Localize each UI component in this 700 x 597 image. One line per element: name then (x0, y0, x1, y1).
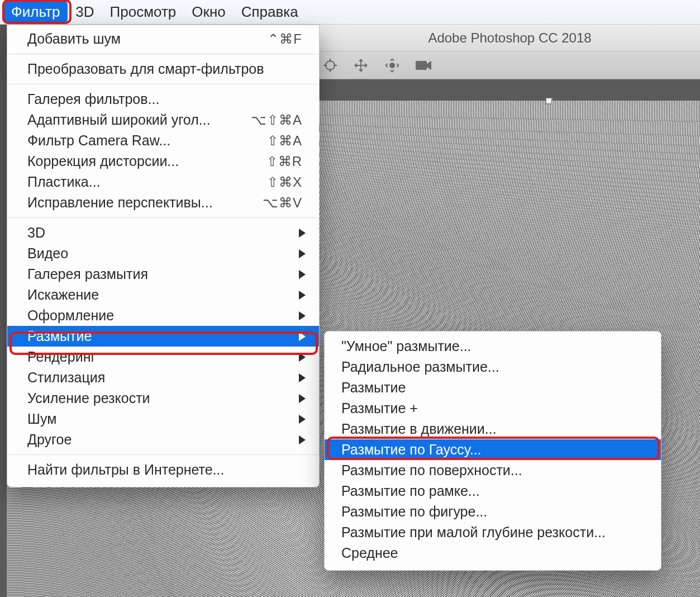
menu-view[interactable]: Просмотр (102, 1, 184, 23)
menuitem-pixelate[interactable]: Оформление (7, 305, 319, 326)
svg-rect-6 (416, 61, 427, 70)
submenuitem-motion-blur[interactable]: Размытие в движении... (325, 419, 661, 439)
menuitem-noise[interactable]: Шум (7, 409, 319, 429)
move-icon[interactable] (353, 58, 369, 73)
filter-dropdown: Добавить шум ⌃⌘F Преобразовать для смарт… (7, 25, 320, 487)
menuitem-label: Галерея размытия (27, 266, 302, 282)
submenuitem-surface-blur[interactable]: Размытие по поверхности... (325, 460, 661, 481)
menuitem-render[interactable]: Рендеринг (7, 347, 319, 367)
menuitem-label: Пластика... (27, 174, 267, 190)
menuitem-label: Другое (27, 432, 302, 448)
menuitem-shortcut: ⇧⌘X (267, 174, 302, 190)
menuitem-shortcut: ⌥⌘V (263, 195, 302, 211)
submenuitem-shape-blur[interactable]: Размытие по фигуре... (325, 501, 661, 522)
svg-point-5 (390, 63, 394, 68)
window-titlebar: Adobe Photoshop CC 2018 (320, 25, 700, 51)
submenuitem-lens-blur[interactable]: Размытие при малой глубине резкости... (325, 522, 661, 543)
menu-separator (7, 454, 319, 455)
submenuitem-blur[interactable]: Размытие (325, 377, 661, 398)
menuitem-filter-gallery[interactable]: Галерея фильтров... (7, 89, 319, 110)
orbit-icon[interactable] (384, 58, 400, 73)
menuitem-adaptive-wide-angle[interactable]: Адаптивный широкий угол...⌥⇧⌘A (7, 110, 319, 130)
submenuitem-radial-blur[interactable]: Радиальное размытие... (325, 357, 661, 377)
menu-separator (7, 84, 319, 84)
menuitem-3d[interactable]: 3D (7, 222, 319, 243)
menuitem-blur[interactable]: Размытие (7, 326, 319, 347)
blur-submenu: "Умное" размытие... Радиальное размытие.… (324, 331, 661, 571)
menuitem-blur-gallery[interactable]: Галерея размытия (7, 264, 319, 285)
menuitem-shortcut: ⌃⌘F (268, 31, 302, 47)
menuitem-shortcut: ⇧⌘A (267, 133, 302, 149)
menuitem-vanishing-point[interactable]: Исправление перспективы...⌥⌘V (7, 192, 319, 213)
menuitem-shortcut: ⇧⌘R (266, 154, 302, 169)
menuitem-label: Исправление перспективы... (27, 195, 263, 211)
menuitem-label: Добавить шум (27, 31, 268, 47)
menuitem-lens-correction[interactable]: Коррекция дисторсии...⇧⌘R (7, 151, 319, 172)
menuitem-label: Стилизация (27, 369, 302, 386)
menu-filter[interactable]: Фильтр (3, 1, 68, 23)
menu-help[interactable]: Справка (234, 1, 306, 23)
menuitem-label: Шум (27, 411, 302, 427)
menuitem-label: Оформление (27, 307, 302, 324)
options-bar (320, 51, 700, 79)
menuitem-label: Найти фильтры в Интернете... (27, 462, 302, 478)
cursor-target-icon[interactable] (323, 58, 337, 73)
menuitem-label: Преобразовать для смарт-фильтров (27, 61, 302, 77)
menuitem-label: Галерея фильтров... (27, 91, 302, 107)
menuitem-stylize[interactable]: Стилизация (7, 367, 319, 388)
menuitem-browse-filters-online[interactable]: Найти фильтры в Интернете... (7, 459, 319, 480)
submenuitem-blur-more[interactable]: Размытие + (325, 398, 661, 419)
menuitem-label: Рендеринг (27, 349, 302, 365)
menuitem-label: Фильтр Camera Raw... (27, 132, 267, 149)
menuitem-video[interactable]: Видео (7, 243, 319, 264)
menuitem-liquify[interactable]: Пластика...⇧⌘X (7, 172, 319, 192)
svg-point-0 (326, 61, 335, 70)
menuitem-label: Размытие (27, 328, 302, 344)
submenuitem-average[interactable]: Среднее (325, 543, 661, 563)
menuitem-distort[interactable]: Искажение (7, 285, 319, 305)
menuitem-shortcut: ⌥⇧⌘A (251, 112, 302, 128)
camera-icon[interactable] (416, 60, 432, 71)
menuitem-camera-raw[interactable]: Фильтр Camera Raw...⇧⌘A (7, 130, 319, 151)
menuitem-label: Адаптивный широкий угол... (27, 112, 251, 128)
menu-separator (7, 217, 319, 218)
menuitem-label: Искажение (27, 287, 302, 303)
submenuitem-box-blur[interactable]: Размытие по рамке... (325, 481, 661, 501)
submenuitem-gaussian-blur[interactable]: Размытие по Гауссу... (325, 439, 661, 460)
menuitem-other[interactable]: Другое (7, 429, 319, 450)
menuitem-convert-smart[interactable]: Преобразовать для смарт-фильтров (7, 59, 319, 79)
menuitem-last-filter[interactable]: Добавить шум ⌃⌘F (7, 29, 319, 49)
menuitem-sharpen[interactable]: Усиление резкости (7, 388, 319, 409)
submenuitem-smart-blur[interactable]: "Умное" размытие... (325, 336, 661, 357)
menu-3d[interactable]: 3D (68, 1, 102, 23)
menuitem-label: 3D (27, 225, 302, 241)
menu-separator (7, 54, 319, 54)
transform-handle[interactable] (546, 98, 553, 105)
menu-window[interactable]: Окно (184, 1, 233, 23)
menu-bar: Фильтр 3D Просмотр Окно Справка (0, 0, 700, 25)
menuitem-label: Коррекция дисторсии... (27, 153, 266, 169)
menuitem-label: Видео (27, 245, 302, 262)
menuitem-label: Усиление резкости (27, 390, 302, 406)
